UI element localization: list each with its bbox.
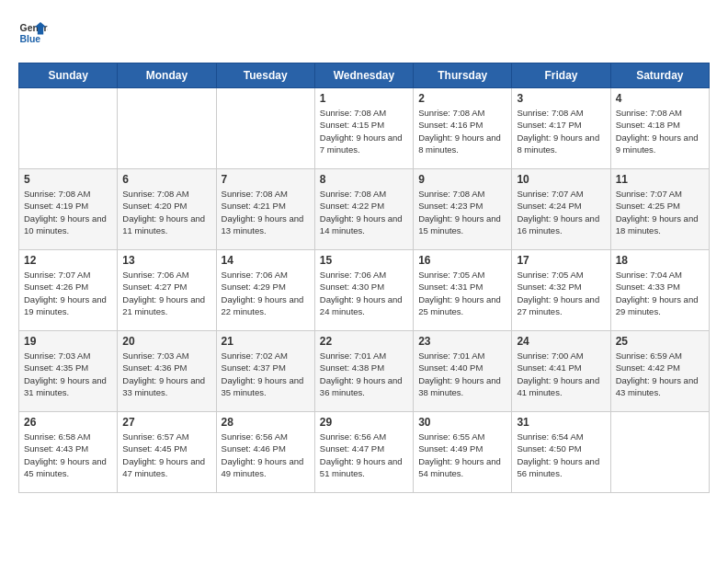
day-info: Sunrise: 7:02 AM Sunset: 4:37 PM Dayligh… [222, 350, 310, 398]
calendar-cell: 11 Sunrise: 7:07 AM Sunset: 4:25 PM Dayl… [610, 169, 709, 250]
calendar-cell: 28 Sunrise: 6:56 AM Sunset: 4:46 PM Dayl… [216, 412, 314, 493]
day-info: Sunrise: 7:07 AM Sunset: 4:26 PM Dayligh… [24, 269, 112, 317]
weekday-header: Saturday [610, 63, 709, 88]
day-info: Sunrise: 6:59 AM Sunset: 4:42 PM Dayligh… [616, 350, 704, 398]
calendar-table: SundayMondayTuesdayWednesdayThursdayFrid… [18, 63, 710, 493]
day-info: Sunrise: 7:08 AM Sunset: 4:22 PM Dayligh… [320, 188, 408, 236]
day-info: Sunrise: 7:03 AM Sunset: 4:35 PM Dayligh… [24, 350, 112, 398]
calendar-cell [19, 88, 118, 169]
day-info: Sunrise: 7:08 AM Sunset: 4:15 PM Dayligh… [320, 107, 408, 155]
day-number: 21 [222, 335, 310, 348]
calendar-cell [610, 412, 709, 493]
day-info: Sunrise: 7:07 AM Sunset: 4:25 PM Dayligh… [616, 188, 704, 236]
day-number: 3 [517, 92, 605, 105]
day-info: Sunrise: 6:56 AM Sunset: 4:46 PM Dayligh… [222, 431, 310, 479]
day-number: 22 [320, 335, 408, 348]
day-info: Sunrise: 7:08 AM Sunset: 4:16 PM Dayligh… [418, 107, 506, 155]
day-info: Sunrise: 6:54 AM Sunset: 4:50 PM Dayligh… [517, 431, 605, 479]
calendar-cell: 25 Sunrise: 6:59 AM Sunset: 4:42 PM Dayl… [610, 331, 709, 412]
day-number: 18 [616, 254, 704, 267]
day-info: Sunrise: 7:06 AM Sunset: 4:29 PM Dayligh… [222, 269, 310, 317]
calendar-cell: 6 Sunrise: 7:08 AM Sunset: 4:20 PM Dayli… [118, 169, 216, 250]
day-info: Sunrise: 7:08 AM Sunset: 4:23 PM Dayligh… [418, 188, 506, 236]
calendar-cell: 22 Sunrise: 7:01 AM Sunset: 4:38 PM Dayl… [314, 331, 413, 412]
day-number: 30 [418, 416, 506, 429]
day-info: Sunrise: 6:57 AM Sunset: 4:45 PM Dayligh… [122, 431, 210, 479]
day-info: Sunrise: 7:04 AM Sunset: 4:33 PM Dayligh… [616, 269, 704, 317]
day-number: 23 [418, 335, 506, 348]
day-number: 26 [24, 416, 112, 429]
calendar-cell: 1 Sunrise: 7:08 AM Sunset: 4:15 PM Dayli… [314, 88, 413, 169]
day-number: 7 [222, 173, 310, 186]
day-info: Sunrise: 7:00 AM Sunset: 4:41 PM Dayligh… [517, 350, 605, 398]
svg-text:Blue: Blue [20, 34, 41, 44]
calendar-week-row: 12 Sunrise: 7:07 AM Sunset: 4:26 PM Dayl… [19, 250, 710, 331]
day-info: Sunrise: 7:06 AM Sunset: 4:30 PM Dayligh… [320, 269, 408, 317]
day-number: 24 [517, 335, 605, 348]
day-number: 12 [24, 254, 112, 267]
calendar-cell: 7 Sunrise: 7:08 AM Sunset: 4:21 PM Dayli… [216, 169, 314, 250]
day-info: Sunrise: 6:58 AM Sunset: 4:43 PM Dayligh… [24, 431, 112, 479]
calendar-week-row: 1 Sunrise: 7:08 AM Sunset: 4:15 PM Dayli… [19, 88, 710, 169]
calendar-week-row: 26 Sunrise: 6:58 AM Sunset: 4:43 PM Dayl… [19, 412, 710, 493]
calendar-cell: 31 Sunrise: 6:54 AM Sunset: 4:50 PM Dayl… [512, 412, 610, 493]
weekday-header: Thursday [414, 63, 512, 88]
weekday-header-row: SundayMondayTuesdayWednesdayThursdayFrid… [19, 63, 710, 88]
logo: General Blue [18, 18, 48, 48]
day-info: Sunrise: 6:56 AM Sunset: 4:47 PM Dayligh… [320, 431, 408, 479]
calendar-cell: 29 Sunrise: 6:56 AM Sunset: 4:47 PM Dayl… [314, 412, 413, 493]
calendar-cell: 27 Sunrise: 6:57 AM Sunset: 4:45 PM Dayl… [118, 412, 216, 493]
day-info: Sunrise: 7:05 AM Sunset: 4:31 PM Dayligh… [418, 269, 506, 317]
day-info: Sunrise: 7:08 AM Sunset: 4:19 PM Dayligh… [24, 188, 112, 236]
day-info: Sunrise: 7:08 AM Sunset: 4:21 PM Dayligh… [222, 188, 310, 236]
calendar-cell: 2 Sunrise: 7:08 AM Sunset: 4:16 PM Dayli… [414, 88, 512, 169]
calendar-cell: 19 Sunrise: 7:03 AM Sunset: 4:35 PM Dayl… [19, 331, 118, 412]
calendar-cell: 16 Sunrise: 7:05 AM Sunset: 4:31 PM Dayl… [414, 250, 512, 331]
page-header: General Blue [18, 18, 710, 48]
day-info: Sunrise: 7:08 AM Sunset: 4:18 PM Dayligh… [616, 107, 704, 155]
day-info: Sunrise: 7:08 AM Sunset: 4:17 PM Dayligh… [517, 107, 605, 155]
calendar-cell: 21 Sunrise: 7:02 AM Sunset: 4:37 PM Dayl… [216, 331, 314, 412]
weekday-header: Monday [118, 63, 216, 88]
day-number: 29 [320, 416, 408, 429]
calendar-cell: 12 Sunrise: 7:07 AM Sunset: 4:26 PM Dayl… [19, 250, 118, 331]
day-number: 4 [616, 92, 704, 105]
day-info: Sunrise: 7:05 AM Sunset: 4:32 PM Dayligh… [517, 269, 605, 317]
day-number: 13 [122, 254, 210, 267]
calendar-cell: 18 Sunrise: 7:04 AM Sunset: 4:33 PM Dayl… [610, 250, 709, 331]
day-number: 27 [122, 416, 210, 429]
day-number: 2 [418, 92, 506, 105]
day-number: 17 [517, 254, 605, 267]
day-number: 25 [616, 335, 704, 348]
day-number: 9 [418, 173, 506, 186]
calendar-cell: 20 Sunrise: 7:03 AM Sunset: 4:36 PM Dayl… [118, 331, 216, 412]
calendar-cell: 8 Sunrise: 7:08 AM Sunset: 4:22 PM Dayli… [314, 169, 413, 250]
calendar-week-row: 5 Sunrise: 7:08 AM Sunset: 4:19 PM Dayli… [19, 169, 710, 250]
day-info: Sunrise: 7:06 AM Sunset: 4:27 PM Dayligh… [122, 269, 210, 317]
weekday-header: Wednesday [314, 63, 413, 88]
day-number: 19 [24, 335, 112, 348]
logo-icon: General Blue [18, 18, 48, 48]
day-number: 6 [122, 173, 210, 186]
calendar-cell: 4 Sunrise: 7:08 AM Sunset: 4:18 PM Dayli… [610, 88, 709, 169]
day-number: 20 [122, 335, 210, 348]
calendar-cell: 26 Sunrise: 6:58 AM Sunset: 4:43 PM Dayl… [19, 412, 118, 493]
day-info: Sunrise: 7:08 AM Sunset: 4:20 PM Dayligh… [122, 188, 210, 236]
day-info: Sunrise: 7:07 AM Sunset: 4:24 PM Dayligh… [517, 188, 605, 236]
weekday-header: Tuesday [216, 63, 314, 88]
weekday-header: Friday [512, 63, 610, 88]
calendar-cell: 5 Sunrise: 7:08 AM Sunset: 4:19 PM Dayli… [19, 169, 118, 250]
day-info: Sunrise: 7:01 AM Sunset: 4:38 PM Dayligh… [320, 350, 408, 398]
calendar-cell: 13 Sunrise: 7:06 AM Sunset: 4:27 PM Dayl… [118, 250, 216, 331]
calendar-cell: 23 Sunrise: 7:01 AM Sunset: 4:40 PM Dayl… [414, 331, 512, 412]
calendar-cell [118, 88, 216, 169]
calendar-week-row: 19 Sunrise: 7:03 AM Sunset: 4:35 PM Dayl… [19, 331, 710, 412]
calendar-cell: 3 Sunrise: 7:08 AM Sunset: 4:17 PM Dayli… [512, 88, 610, 169]
calendar-cell: 10 Sunrise: 7:07 AM Sunset: 4:24 PM Dayl… [512, 169, 610, 250]
day-number: 11 [616, 173, 704, 186]
calendar-cell [216, 88, 314, 169]
day-info: Sunrise: 7:01 AM Sunset: 4:40 PM Dayligh… [418, 350, 506, 398]
weekday-header: Sunday [19, 63, 118, 88]
calendar-cell: 24 Sunrise: 7:00 AM Sunset: 4:41 PM Dayl… [512, 331, 610, 412]
day-number: 31 [517, 416, 605, 429]
